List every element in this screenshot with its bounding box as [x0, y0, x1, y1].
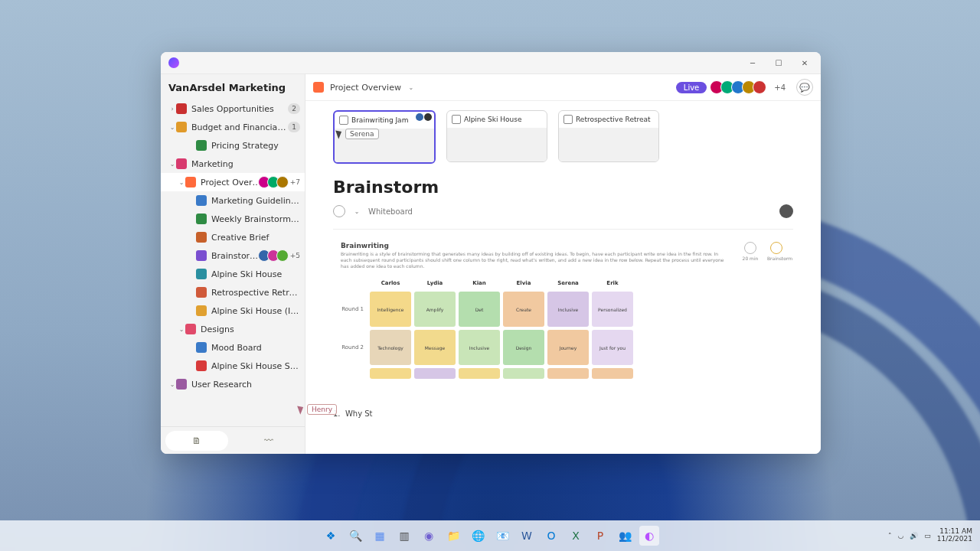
sticky-note[interactable]: Personalized	[592, 292, 633, 327]
sticky-note[interactable]	[547, 368, 589, 379]
breadcrumb-icon	[313, 82, 324, 93]
sticky-note[interactable]	[414, 368, 456, 379]
taskbar-app[interactable]: O	[541, 526, 561, 546]
sticky-note[interactable]: Message	[414, 330, 456, 365]
sidebar-item[interactable]: ›Sales Opportunities2	[161, 99, 305, 118]
sticky-note[interactable]: Just for you	[592, 330, 633, 365]
column-header: Lydia	[414, 278, 456, 289]
row-header: Round 1	[333, 292, 367, 327]
sticky-note[interactable]: Create	[503, 292, 544, 327]
app-window: ─ ☐ ✕ VanArsdel Marketing ›Sales Opportu…	[161, 52, 821, 454]
row-header	[333, 368, 367, 379]
page-heading: Brainstorm	[333, 178, 793, 197]
sticky-note[interactable]: Inclusive	[459, 330, 500, 365]
taskbar-app[interactable]: W	[517, 526, 537, 546]
chevron-up-icon[interactable]: ˄	[888, 532, 892, 540]
footer-tab-activity[interactable]: 〰	[237, 431, 300, 451]
taskbar-app[interactable]: 🌐	[468, 526, 488, 546]
wifi-icon[interactable]: ◡	[897, 532, 903, 540]
footer-tab-pages[interactable]: 🗎	[165, 431, 228, 451]
sticky-note[interactable]: Design	[503, 330, 544, 365]
taskbar-app[interactable]: ▦	[370, 526, 390, 546]
presence-avatars[interactable]	[713, 80, 766, 94]
sidebar-item[interactable]: ⌄User Research	[161, 375, 305, 393]
battery-icon[interactable]: ▭	[924, 532, 931, 540]
maximize-button[interactable]: ☐	[766, 52, 792, 73]
sidebar-item[interactable]: Pricing Strategy	[161, 136, 305, 155]
timer-tool[interactable]: 20 min	[741, 242, 760, 261]
timer-icon	[744, 242, 756, 254]
volume-icon[interactable]: 🔊	[910, 532, 918, 540]
column-header: Carlos	[370, 278, 411, 289]
sidebar-item[interactable]: Alpine Ski House Sizzle Re...	[161, 357, 305, 375]
taskbar-app[interactable]: 📁	[443, 526, 463, 546]
sidebar-item[interactable]: Creative Brief	[161, 228, 305, 246]
taskbar-app[interactable]: X	[566, 526, 586, 546]
app-logo-icon	[168, 57, 179, 68]
brainwriting-board: Brainwriting Brainwriting is a style of …	[333, 229, 793, 379]
sticky-note[interactable]: Technology	[370, 330, 411, 365]
nav-tree: ›Sales Opportunities2⌄Budget and Financi…	[161, 99, 305, 426]
column-header: Kian	[459, 278, 500, 289]
sticky-note[interactable]	[459, 368, 500, 379]
taskbar-app[interactable]: ◉	[419, 526, 439, 546]
remote-cursor-serena: Serena	[337, 129, 379, 139]
chevron-down-icon[interactable]: ⌄	[407, 84, 415, 91]
sidebar-item[interactable]: Mood Board	[161, 338, 305, 357]
sticky-note[interactable]: Det	[459, 292, 500, 327]
workspace-title: VanArsdel Marketing	[161, 74, 305, 99]
sidebar-item[interactable]: ⌄Marketing	[161, 155, 305, 173]
board-title: Brainwriting	[341, 242, 730, 249]
loop-icon	[333, 205, 345, 217]
sticky-note[interactable]	[370, 368, 411, 379]
sticky-note[interactable]: Inclusive	[547, 292, 589, 327]
taskbar-app[interactable]: 🔍	[345, 526, 365, 546]
taskbar-app[interactable]: ▥	[394, 526, 414, 546]
taskbar-app[interactable]: ◐	[639, 526, 659, 546]
page-card[interactable]: Retrospective Retreat	[558, 110, 659, 162]
sticky-note[interactable]: Journey	[547, 330, 589, 365]
board-desc: Brainwriting is a style of brainstorming…	[341, 251, 730, 269]
clock-date[interactable]: 11/2/2021	[937, 536, 972, 543]
sticky-note[interactable]: Amplify	[414, 292, 456, 327]
remote-cursor-henry: Henry	[305, 404, 337, 415]
sidebar-item[interactable]: Brainstorming+5	[161, 246, 305, 265]
whiteboard-label: Whiteboard	[368, 207, 413, 216]
sticky-note[interactable]	[592, 368, 633, 379]
sidebar-item[interactable]: Marketing Guidelines for V...	[161, 191, 305, 210]
close-button[interactable]: ✕	[792, 52, 818, 73]
brainstorm-tool[interactable]: Brainstorm	[767, 242, 786, 261]
sidebar-item[interactable]: ⌄Project Overview+7	[161, 173, 305, 191]
titlebar: ─ ☐ ✕	[161, 52, 821, 74]
comments-button[interactable]: 💬	[796, 79, 813, 96]
sidebar-item[interactable]: ⌄Budget and Financial Projection1	[161, 118, 305, 136]
sticky-note[interactable]	[503, 368, 544, 379]
numbered-list[interactable]: 1. Why St	[333, 409, 793, 418]
whiteboard-header[interactable]: ⌄ Whiteboard	[333, 204, 793, 218]
taskbar-app[interactable]: P	[590, 526, 610, 546]
column-header: Serena	[547, 278, 589, 289]
minimize-button[interactable]: ─	[740, 52, 766, 73]
sidebar-item[interactable]: Weekly Brainstorm Meeting	[161, 210, 305, 228]
topbar: Project Overview ⌄ Live +4 💬	[305, 74, 821, 101]
row-header: Round 2	[333, 330, 367, 365]
taskbar[interactable]: ❖🔍▦▥◉📁🌐📧WOXP👥◐ ˄ ◡ 🔊 ▭ 11:11 AM 11/2/202…	[0, 520, 980, 551]
sidebar-item[interactable]: Alpine Ski House	[161, 265, 305, 283]
bulb-icon	[770, 242, 782, 254]
column-header: Elvia	[503, 278, 544, 289]
breadcrumb[interactable]: Project Overview	[330, 83, 401, 93]
live-badge[interactable]: Live	[676, 82, 707, 93]
sidebar-item[interactable]: Alpine Ski House (ID: 487...	[161, 302, 305, 320]
sidebar: VanArsdel Marketing ›Sales Opportunities…	[161, 74, 305, 454]
page-card[interactable]: Alpine Ski House	[446, 110, 547, 162]
page-content: Brainwriting JamAlpine Ski HouseRetrospe…	[305, 101, 821, 454]
taskbar-app[interactable]: ❖	[321, 526, 341, 546]
whiteboard-avatar	[779, 204, 793, 218]
sidebar-item[interactable]: ⌄Designs	[161, 320, 305, 338]
taskbar-app[interactable]: 📧	[492, 526, 512, 546]
sidebar-item[interactable]: Retrospective Retreat	[161, 283, 305, 302]
sticky-note[interactable]: Intelligence	[370, 292, 411, 327]
taskbar-app[interactable]: 👥	[615, 526, 635, 546]
system-tray[interactable]: ˄ ◡ 🔊 ▭ 11:11 AM 11/2/2021	[888, 528, 972, 543]
presence-more[interactable]: +4	[774, 83, 786, 92]
